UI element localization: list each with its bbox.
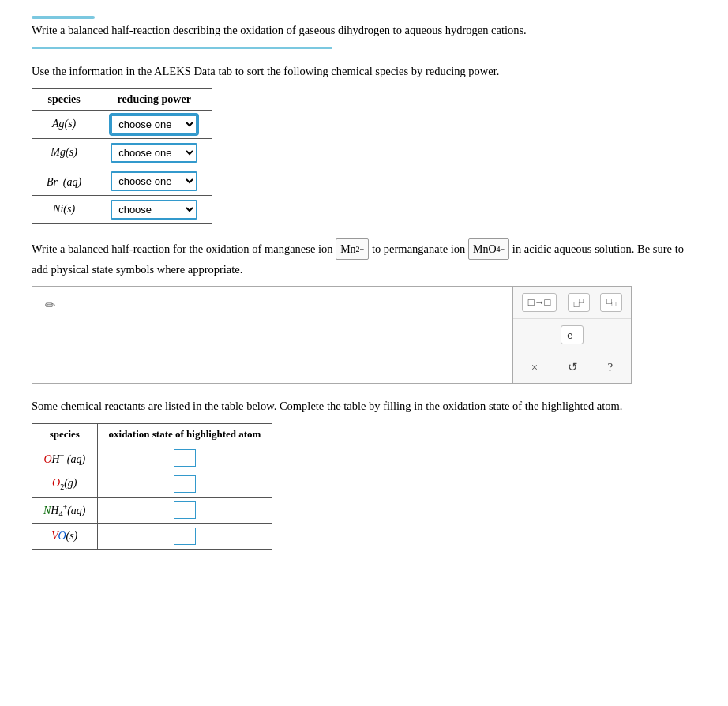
oh-H-letter: H	[52, 453, 60, 464]
symbol-panel: □→□ □□ □□ e− × ↺ ?	[512, 287, 631, 383]
divider-1	[32, 47, 332, 49]
oxid-col-state-header: oxidation state of highlighted atom	[97, 424, 272, 445]
species-ni: Ni(s)	[32, 195, 96, 223]
help-btn[interactable]: ?	[601, 359, 619, 377]
symbol-row-1: □→□ □□ □□	[513, 287, 631, 319]
oxid-state-nh4	[97, 498, 272, 524]
symbol-row-2: e−	[513, 319, 631, 351]
select-cell-br: choose one 1 (highest) 2 3 4 (lowest)	[96, 167, 212, 195]
oxid-col-species-header: species	[32, 424, 98, 445]
oxid-input-oh[interactable]	[174, 449, 196, 467]
undo-btn[interactable]: ↺	[561, 358, 584, 377]
subscript-icon: □□	[606, 296, 616, 308]
select-ni[interactable]: choose 1 (highest) 2 3 4 (lowest)	[111, 200, 197, 220]
table-row: O2(g)	[32, 471, 272, 498]
section-1: Write a balanced half-reaction describin…	[32, 16, 696, 49]
symbol-row-3: × ↺ ?	[513, 351, 631, 383]
superscript-sym-btn[interactable]: □□	[568, 293, 590, 312]
select-ag[interactable]: choose one 1 (highest) 2 3 4 (lowest)	[111, 115, 197, 134]
vo-O-letter: O	[58, 530, 66, 542]
col-species-header: species	[32, 88, 96, 110]
section1-prompt: Write a balanced half-reaction describin…	[32, 22, 696, 39]
oxid-state-vo	[97, 524, 272, 550]
species-o2: O2(g)	[32, 471, 98, 498]
table-row: Ni(s) choose 1 (highest) 2 3 4 (lowest)	[32, 195, 212, 223]
answer-area: ✏ □→□ □□ □□ e−	[32, 286, 632, 384]
table-row: OH− (aq)	[32, 445, 272, 471]
select-cell-ni: choose 1 (highest) 2 3 4 (lowest)	[96, 195, 212, 223]
table-row: NH4+(aq)	[32, 498, 272, 524]
select-cell-ag: choose one 1 (highest) 2 3 4 (lowest)	[96, 110, 212, 138]
o2-O-letter: O	[52, 477, 60, 489]
oxid-state-oh	[97, 445, 272, 471]
oh-O-letter: O	[43, 453, 51, 464]
oxid-input-vo[interactable]	[174, 528, 196, 545]
right-arrow-icon: □→□	[528, 296, 551, 308]
answer-textarea[interactable]	[62, 293, 505, 344]
blue-bar-1	[32, 16, 95, 19]
subscript-sym-btn[interactable]: □□	[600, 293, 622, 312]
section2-prompt: Use the information in the ALEKS Data ta…	[32, 63, 696, 81]
reducing-power-table: species reducing power Ag(s) choose one …	[32, 88, 212, 224]
species-nh4: NH4+(aq)	[32, 498, 98, 524]
col-reducing-power-header: reducing power	[96, 88, 212, 110]
clear-btn[interactable]: ×	[525, 359, 544, 377]
nh4-N-letter: N	[43, 504, 51, 516]
select-cell-mg: choose one 1 (highest) 2 3 4 (lowest)	[96, 138, 212, 167]
section-4: Some chemical reactants are listed in th…	[32, 398, 696, 550]
oxid-state-o2	[97, 471, 272, 498]
electron-sym-btn[interactable]: e−	[561, 325, 584, 344]
section-2: Use the information in the ALEKS Data ta…	[32, 63, 696, 224]
species-vo: VO(s)	[32, 524, 98, 550]
mno4-formula-box: MnO4−	[468, 238, 509, 261]
species-br: Br−(aq)	[32, 167, 96, 195]
species-mg: Mg(s)	[32, 138, 96, 167]
right-arrow-sym-btn[interactable]: □→□	[522, 293, 557, 312]
oxid-input-o2[interactable]	[174, 475, 196, 493]
electron-icon: e−	[567, 329, 577, 341]
mn-formula-box: Mn2+	[336, 238, 369, 261]
answer-input-container: ✏	[32, 287, 512, 383]
oxid-input-nh4[interactable]	[174, 501, 196, 519]
oxidation-table: species oxidation state of highlighted a…	[32, 423, 272, 550]
table-row: Mg(s) choose one 1 (highest) 2 3 4 (lowe…	[32, 138, 212, 167]
table-row: Ag(s) choose one 1 (highest) 2 3 4 (lowe…	[32, 110, 212, 138]
superscript-icon: □□	[574, 297, 584, 309]
section3-prompt: Write a balanced half-reaction for the o…	[32, 238, 696, 280]
species-ag: Ag(s)	[32, 110, 96, 138]
section-3: Write a balanced half-reaction for the o…	[32, 238, 696, 385]
nh4-H-letter: H	[51, 504, 58, 516]
select-mg[interactable]: choose one 1 (highest) 2 3 4 (lowest)	[111, 143, 197, 163]
select-br[interactable]: choose one 1 (highest) 2 3 4 (lowest)	[111, 171, 197, 191]
table-row: Br−(aq) choose one 1 (highest) 2 3 4 (lo…	[32, 167, 212, 195]
section4-prompt: Some chemical reactants are listed in th…	[32, 398, 696, 415]
pencil-icon: ✏	[39, 293, 62, 317]
species-oh: OH− (aq)	[32, 445, 98, 471]
table-row: VO(s)	[32, 524, 272, 550]
